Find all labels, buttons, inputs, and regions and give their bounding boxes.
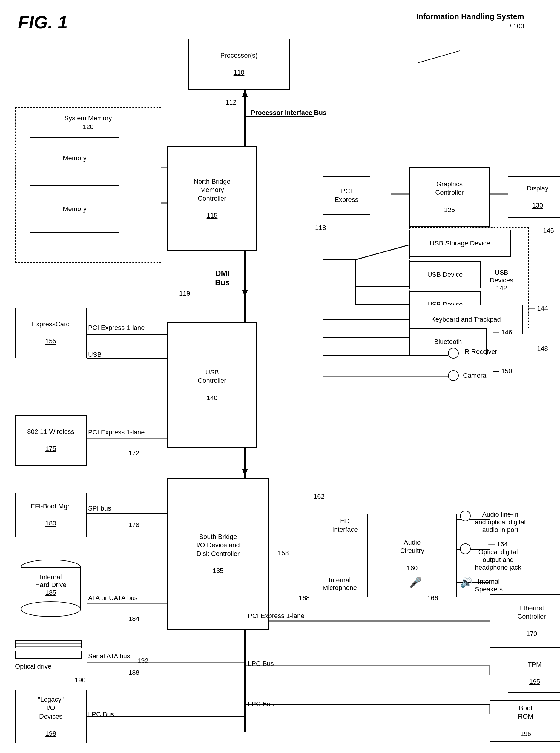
usb-device1-box: USB Device [409,261,481,288]
internal-speakers-label: InternalSpeakers [475,578,503,593]
wireless-box: 802.11 Wireless 175 [15,415,87,466]
optical-drive-visual: Optical drive [15,639,87,669]
svg-marker-3 [242,89,248,97]
ref-119: 119 [179,290,190,298]
efi-boot-box: EFI-Boot Mgr. 180 [15,493,87,537]
camera-icon [448,370,459,381]
hard-drive-cylinder: InternalHard Drive185 [15,558,87,642]
serial-ata-label: Serial ATA bus [88,652,130,660]
ref-192: 192 [137,657,148,665]
usb-controller-box: USBController 140 [167,323,257,448]
figure-title: FIG. 1 [18,12,68,33]
pci-1lane-ec-label: PCI Express 1-lane [88,324,145,332]
ata-bus-label: ATA or UATA bus [88,594,138,602]
memory1-box: Memory [30,137,119,179]
svg-line-0 [418,51,460,63]
legacy-io-box: "Legacy"I/ODevices 198 [15,690,87,744]
ref-178: 178 [128,521,139,529]
ref-162: 162 [314,493,325,501]
ir-receiver-label: IR Receiver [463,348,497,355]
lpc-bus3-label: LPC Bus [88,711,114,718]
mic-icon: 🎤 [409,576,422,588]
audio-line-in-icon [460,511,471,521]
processor-box: Processor(s) 110 [188,39,290,89]
audio-line-in-label: Audio line-inand optical digitalaudio in… [475,511,526,534]
svg-marker-9 [242,290,248,297]
graphics-controller-box: GraphicsController 125 [409,167,490,227]
ref-146: — 146 [493,328,512,336]
pci-1lane-w-label: PCI Express 1-lane [88,428,145,436]
svg-line-16 [355,245,409,260]
processor-interface-bus-label: Processor Interface Bus [251,109,326,117]
pci-express-box: PCIExpress [323,176,371,215]
ref-188: 188 [128,669,139,676]
hd-interface-box: HDInterface [323,496,367,555]
internal-micro-label: InternalMicrophone [323,576,357,592]
svg-point-52 [21,602,81,616]
svg-rect-53 [16,640,81,648]
ref-158: 158 [278,549,289,557]
ref-172: 172 [128,449,139,457]
usb-storage-box: USB Storage Device [409,230,511,257]
ref-184: 184 [128,615,139,623]
ref-166: 166 [427,594,438,602]
optical-digital-label: — 164Optical digitaloutput andheadphone … [475,541,521,571]
ref-150: — 150 [493,367,512,375]
north-bridge-box: North BridgeMemoryController 115 [167,146,257,251]
memory2-box: Memory [30,185,119,233]
ir-receiver-icon [448,348,459,359]
ref-190: 190 [75,676,86,684]
svg-rect-56 [16,651,81,658]
dmi-bus-label: DMIBus [215,269,230,287]
optical-digital-icon [460,544,471,554]
lpc-bus2-label: LPC Bus [248,700,274,708]
usb-label-ec: USB [88,351,102,359]
ref-148: — 148 [528,345,548,353]
speaker-icon: 🔊 [460,576,473,588]
system-label: Information Handling System / 100 [416,12,524,30]
ref-144: — 144 [528,305,548,312]
ref-145: — 145 [535,227,554,235]
ref-112: 112 [225,99,237,106]
tpm-box: TPM 195 [508,654,560,693]
lpc-bus1-label: LPC Bus [248,660,274,668]
spi-bus-label: SPI bus [88,505,111,512]
display-box: Display 130 [508,176,560,218]
south-bridge-box: South BridgeI/O Device andDisk Controlle… [167,478,269,630]
boot-rom-box: BootROM 196 [490,700,560,742]
svg-marker-27 [242,469,248,476]
expresscard-box: ExpressCard 155 [15,307,87,358]
usb-devices-label: USBDevices142 [490,269,513,292]
ref-118: 118 [315,224,326,232]
pci-1lane-eth-label: PCI Express 1-lane [248,612,305,620]
ethernet-box: EthernetController 170 [490,594,560,648]
camera-label: Camera [463,372,486,380]
ref-168: 168 [299,594,310,602]
